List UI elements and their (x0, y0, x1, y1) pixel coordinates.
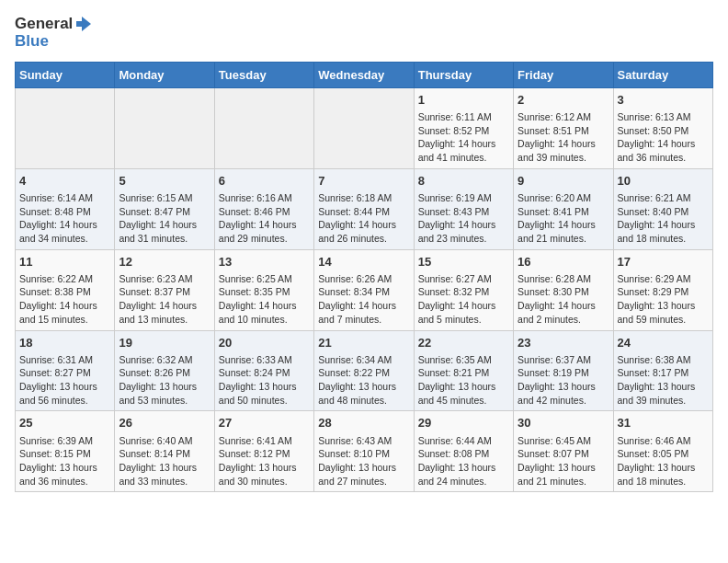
day-number: 28 (318, 415, 409, 431)
calendar-cell: 9Sunrise: 6:20 AM Sunset: 8:41 PM Daylig… (514, 168, 613, 249)
day-number: 13 (219, 254, 310, 270)
calendar-cell: 6Sunrise: 6:16 AM Sunset: 8:46 PM Daylig… (214, 168, 313, 249)
logo: General Blue (15, 15, 93, 51)
day-info: Sunrise: 6:45 AM Sunset: 8:07 PM Dayligh… (518, 434, 609, 488)
day-info: Sunrise: 6:29 AM Sunset: 8:29 PM Dayligh… (618, 272, 709, 327)
calendar-cell: 11Sunrise: 6:22 AM Sunset: 8:38 PM Dayli… (16, 249, 115, 330)
calendar-cell: 15Sunrise: 6:27 AM Sunset: 8:32 PM Dayli… (414, 249, 513, 330)
day-info: Sunrise: 6:16 AM Sunset: 8:46 PM Dayligh… (219, 191, 310, 246)
day-info: Sunrise: 6:46 AM Sunset: 8:05 PM Dayligh… (618, 434, 709, 488)
day-number: 10 (618, 173, 709, 190)
day-info: Sunrise: 6:44 AM Sunset: 8:08 PM Dayligh… (418, 434, 509, 488)
week-row-5: 25Sunrise: 6:39 AM Sunset: 8:15 PM Dayli… (16, 411, 713, 492)
svg-marker-0 (76, 17, 91, 31)
day-number: 4 (19, 173, 110, 190)
day-info: Sunrise: 6:32 AM Sunset: 8:26 PM Dayligh… (119, 353, 210, 408)
day-number: 14 (318, 254, 409, 270)
calendar-cell: 23Sunrise: 6:37 AM Sunset: 8:19 PM Dayli… (514, 330, 613, 411)
day-info: Sunrise: 6:37 AM Sunset: 8:19 PM Dayligh… (518, 353, 609, 408)
logo-general: General (15, 16, 73, 33)
day-number: 5 (119, 173, 210, 190)
logo-text: General Blue (15, 15, 93, 51)
day-number: 9 (518, 173, 609, 190)
calendar-cell: 4Sunrise: 6:14 AM Sunset: 8:48 PM Daylig… (16, 168, 115, 249)
calendar-cell (16, 87, 115, 168)
day-info: Sunrise: 6:20 AM Sunset: 8:41 PM Dayligh… (518, 191, 609, 246)
logo-blue: Blue (15, 33, 93, 51)
calendar-cell: 28Sunrise: 6:43 AM Sunset: 8:10 PM Dayli… (314, 411, 414, 492)
week-row-2: 4Sunrise: 6:14 AM Sunset: 8:48 PM Daylig… (16, 168, 713, 249)
header-row: SundayMondayTuesdayWednesdayThursdayFrid… (16, 62, 713, 87)
calendar-cell: 25Sunrise: 6:39 AM Sunset: 8:15 PM Dayli… (16, 411, 115, 492)
week-row-3: 11Sunrise: 6:22 AM Sunset: 8:38 PM Dayli… (16, 249, 713, 330)
col-header-monday: Monday (115, 62, 214, 87)
day-info: Sunrise: 6:25 AM Sunset: 8:35 PM Dayligh… (219, 272, 310, 327)
calendar-cell: 31Sunrise: 6:46 AM Sunset: 8:05 PM Dayli… (613, 411, 712, 492)
day-info: Sunrise: 6:22 AM Sunset: 8:38 PM Dayligh… (19, 272, 110, 327)
day-info: Sunrise: 6:11 AM Sunset: 8:52 PM Dayligh… (418, 110, 509, 165)
day-info: Sunrise: 6:23 AM Sunset: 8:37 PM Dayligh… (119, 272, 210, 327)
calendar-cell: 14Sunrise: 6:26 AM Sunset: 8:34 PM Dayli… (314, 249, 414, 330)
calendar-cell: 27Sunrise: 6:41 AM Sunset: 8:12 PM Dayli… (214, 411, 313, 492)
day-number: 7 (318, 173, 409, 190)
calendar-cell: 16Sunrise: 6:28 AM Sunset: 8:30 PM Dayli… (514, 249, 613, 330)
calendar-cell: 19Sunrise: 6:32 AM Sunset: 8:26 PM Dayli… (115, 330, 214, 411)
day-info: Sunrise: 6:19 AM Sunset: 8:43 PM Dayligh… (418, 191, 509, 246)
calendar-cell: 17Sunrise: 6:29 AM Sunset: 8:29 PM Dayli… (613, 249, 712, 330)
day-number: 18 (19, 335, 110, 351)
day-info: Sunrise: 6:40 AM Sunset: 8:14 PM Dayligh… (119, 434, 210, 488)
calendar-cell: 30Sunrise: 6:45 AM Sunset: 8:07 PM Dayli… (514, 411, 613, 492)
calendar-cell (214, 87, 313, 168)
calendar-cell: 18Sunrise: 6:31 AM Sunset: 8:27 PM Dayli… (16, 330, 115, 411)
day-number: 23 (518, 335, 609, 351)
day-info: Sunrise: 6:26 AM Sunset: 8:34 PM Dayligh… (318, 272, 409, 327)
day-number: 30 (518, 415, 609, 431)
day-info: Sunrise: 6:21 AM Sunset: 8:40 PM Dayligh… (618, 191, 709, 246)
calendar-cell: 12Sunrise: 6:23 AM Sunset: 8:37 PM Dayli… (115, 249, 214, 330)
day-number: 17 (618, 254, 709, 270)
col-header-thursday: Thursday (414, 62, 513, 87)
day-info: Sunrise: 6:34 AM Sunset: 8:22 PM Dayligh… (318, 353, 409, 408)
calendar-cell: 8Sunrise: 6:19 AM Sunset: 8:43 PM Daylig… (414, 168, 513, 249)
day-info: Sunrise: 6:43 AM Sunset: 8:10 PM Dayligh… (318, 434, 409, 488)
day-info: Sunrise: 6:15 AM Sunset: 8:47 PM Dayligh… (119, 191, 210, 246)
calendar-cell: 21Sunrise: 6:34 AM Sunset: 8:22 PM Dayli… (314, 330, 414, 411)
day-info: Sunrise: 6:41 AM Sunset: 8:12 PM Dayligh… (219, 434, 310, 488)
day-info: Sunrise: 6:38 AM Sunset: 8:17 PM Dayligh… (618, 353, 709, 408)
week-row-4: 18Sunrise: 6:31 AM Sunset: 8:27 PM Dayli… (16, 330, 713, 411)
col-header-friday: Friday (514, 62, 613, 87)
calendar-cell: 2Sunrise: 6:12 AM Sunset: 8:51 PM Daylig… (514, 87, 613, 168)
logo-arrow-icon (74, 15, 93, 33)
day-number: 27 (219, 415, 310, 431)
calendar-cell: 26Sunrise: 6:40 AM Sunset: 8:14 PM Dayli… (115, 411, 214, 492)
calendar-cell (314, 87, 414, 168)
day-number: 6 (219, 173, 310, 190)
calendar-cell (115, 87, 214, 168)
day-info: Sunrise: 6:28 AM Sunset: 8:30 PM Dayligh… (518, 272, 609, 327)
day-number: 31 (618, 415, 709, 431)
week-row-1: 1Sunrise: 6:11 AM Sunset: 8:52 PM Daylig… (16, 87, 713, 168)
day-number: 12 (119, 254, 210, 270)
day-number: 8 (418, 173, 509, 190)
day-number: 25 (19, 415, 110, 431)
day-info: Sunrise: 6:33 AM Sunset: 8:24 PM Dayligh… (219, 353, 310, 408)
day-info: Sunrise: 6:35 AM Sunset: 8:21 PM Dayligh… (418, 353, 509, 408)
calendar-cell: 13Sunrise: 6:25 AM Sunset: 8:35 PM Dayli… (214, 249, 313, 330)
day-number: 19 (119, 335, 210, 351)
calendar-cell: 29Sunrise: 6:44 AM Sunset: 8:08 PM Dayli… (414, 411, 513, 492)
day-info: Sunrise: 6:39 AM Sunset: 8:15 PM Dayligh… (19, 434, 110, 488)
day-info: Sunrise: 6:12 AM Sunset: 8:51 PM Dayligh… (518, 110, 609, 165)
day-number: 22 (418, 335, 509, 351)
calendar-table: SundayMondayTuesdayWednesdayThursdayFrid… (15, 62, 713, 493)
calendar-cell: 22Sunrise: 6:35 AM Sunset: 8:21 PM Dayli… (414, 330, 513, 411)
calendar-cell: 7Sunrise: 6:18 AM Sunset: 8:44 PM Daylig… (314, 168, 414, 249)
day-info: Sunrise: 6:18 AM Sunset: 8:44 PM Dayligh… (318, 191, 409, 246)
day-number: 20 (219, 335, 310, 351)
calendar-cell: 24Sunrise: 6:38 AM Sunset: 8:17 PM Dayli… (613, 330, 712, 411)
header: General Blue (15, 15, 713, 51)
day-number: 21 (318, 335, 409, 351)
day-number: 2 (518, 92, 609, 109)
calendar-cell: 1Sunrise: 6:11 AM Sunset: 8:52 PM Daylig… (414, 87, 513, 168)
col-header-tuesday: Tuesday (214, 62, 313, 87)
calendar-cell: 3Sunrise: 6:13 AM Sunset: 8:50 PM Daylig… (613, 87, 712, 168)
